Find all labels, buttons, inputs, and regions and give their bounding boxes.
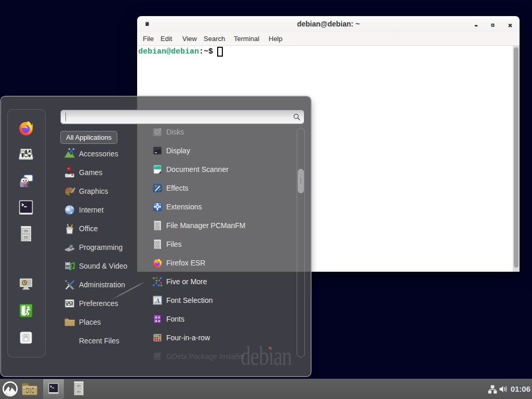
svg-text:a: a <box>155 318 157 323</box>
svg-text:A: A <box>155 297 160 304</box>
